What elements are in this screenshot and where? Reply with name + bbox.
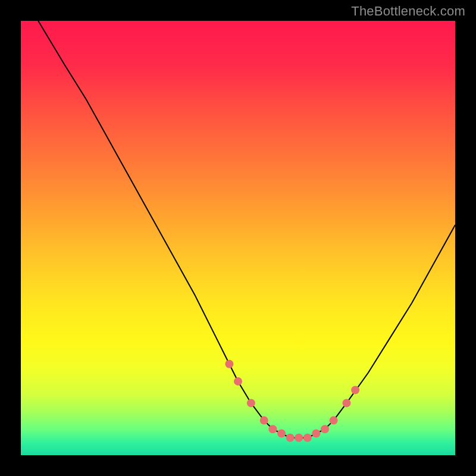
scatter-dot xyxy=(260,416,268,425)
scatter-dot xyxy=(286,434,295,442)
scatter-dot xyxy=(295,434,303,442)
plot-area xyxy=(21,21,455,455)
scatter-dot xyxy=(343,399,351,407)
chart-stage: TheBottleneck.com xyxy=(0,0,476,476)
scatter-dot xyxy=(351,386,359,394)
scatter-dot xyxy=(247,399,255,407)
scatter-dot xyxy=(277,430,286,438)
watermark-text: TheBottleneck.com xyxy=(351,4,465,19)
scatter-dot xyxy=(225,360,233,368)
bottleneck-curve xyxy=(38,21,455,438)
scatter-dots xyxy=(225,360,359,442)
scatter-dot xyxy=(321,425,329,433)
scatter-dot xyxy=(312,430,320,438)
scatter-dot xyxy=(234,377,242,386)
scatter-dot xyxy=(268,425,277,433)
scatter-dot xyxy=(303,434,312,442)
plot-svg xyxy=(21,21,455,455)
scatter-dot xyxy=(330,416,338,425)
